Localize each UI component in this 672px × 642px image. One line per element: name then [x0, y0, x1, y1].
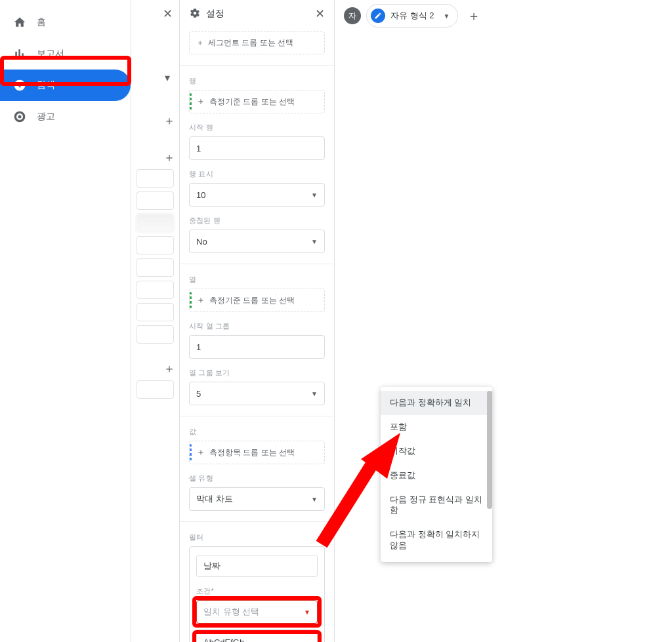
chip-placeholder[interactable]	[136, 325, 174, 344]
filter-card: 날짜 조건 일치 유형 선택▼ AbCdEfGh 취소 적용	[189, 546, 325, 642]
home-icon	[12, 14, 28, 30]
dropdown-item[interactable]: 다음과 정확히 일치하지 않음	[381, 523, 492, 558]
add-icon[interactable]: ＋	[163, 361, 175, 376]
tab-label: 자유 형식 2	[390, 10, 434, 22]
match-type-dropdown: 다음과 정확하게 일치 포함 시작값 종료값 다음 정규 표현식과 일치함 다음…	[381, 387, 492, 562]
variables-panel: ✕ ▾ ＋ ＋ ＋	[131, 0, 180, 642]
canvas-area: 자 자유 형식 2 ▼ ＋ 다음과 정확하게 일치 포함 시작값 종료값 다음 …	[335, 0, 672, 642]
value-metric-drop[interactable]: ＋ 측정항목 드롭 또는 선택	[189, 441, 325, 464]
add-icon[interactable]: ＋	[163, 113, 175, 129]
filter-section-label: 필터	[189, 532, 325, 542]
nav-label: 탐색	[37, 79, 55, 91]
settings-panel: 설정 ✕ ＋ 세그먼트 드롭 또는 선택 행 ＋ 측정기준 드롭 또는 선택 시…	[180, 0, 335, 642]
chip-placeholder[interactable]	[136, 236, 174, 254]
nav-label: 홈	[37, 16, 46, 28]
plus-icon: ＋	[196, 447, 205, 458]
filter-dimension-input[interactable]: 날짜	[196, 555, 318, 577]
scrollbar[interactable]	[487, 391, 492, 509]
nav-explore[interactable]: 탐색	[0, 70, 131, 101]
chevron-down-icon: ▼	[311, 390, 318, 397]
nested-rows-select[interactable]: No▼	[189, 230, 325, 253]
start-col-label: 시작 열 그룹	[189, 321, 325, 331]
nested-rows-label: 중첩된 행	[189, 216, 325, 226]
chip-placeholder[interactable]	[136, 380, 174, 399]
chevron-down-icon: ▼	[304, 609, 310, 616]
chevron-down-icon[interactable]: ▼	[443, 12, 450, 20]
col-show-select[interactable]: 5▼	[189, 382, 325, 405]
match-type-select[interactable]: 일치 유형 선택▼	[196, 600, 318, 624]
chevron-down-icon: ▼	[311, 238, 318, 245]
plus-icon: ＋	[196, 294, 205, 306]
close-icon[interactable]: ✕	[163, 7, 173, 21]
tab-bar: 자 자유 형식 2 ▼ ＋	[335, 0, 672, 31]
start-row-label: 시작 행	[189, 123, 325, 132]
chip-placeholder[interactable]	[136, 214, 174, 232]
panel-title: 설정	[189, 7, 224, 21]
segment-drop-area[interactable]: ＋ 세그먼트 드롭 또는 선택	[189, 31, 325, 54]
chip-placeholder[interactable]	[136, 191, 174, 210]
explore-icon	[12, 77, 28, 93]
rows-section-label: 행	[189, 76, 325, 86]
nav-home[interactable]: 홈	[0, 7, 131, 38]
dropdown-item[interactable]: 다음과 정확하게 일치	[381, 391, 492, 415]
values-section-label: 값	[189, 427, 325, 437]
row-show-label: 행 표시	[189, 169, 325, 179]
nav-reports[interactable]: 보고서	[0, 38, 131, 70]
dropdown-item[interactable]: 포함	[381, 415, 492, 439]
row-show-select[interactable]: 10▼	[189, 183, 325, 207]
owner-avatar: 자	[344, 7, 361, 24]
nav-label: 보고서	[37, 48, 64, 60]
chevron-down-icon: ▼	[311, 191, 318, 199]
col-show-label: 열 그룹 보기	[189, 368, 325, 378]
add-icon[interactable]: ＋	[163, 150, 175, 165]
plus-icon: ＋	[196, 96, 205, 108]
cols-section-label: 열	[189, 275, 325, 285]
nav-ads[interactable]: 광고	[0, 101, 131, 132]
plus-icon: ＋	[196, 37, 204, 49]
chip-placeholder[interactable]	[136, 281, 174, 299]
add-tab-button[interactable]: ＋	[467, 7, 480, 25]
chip-placeholder[interactable]	[136, 258, 174, 277]
panel-collapse[interactable]: ▾	[136, 68, 174, 87]
bar-chart-icon	[12, 46, 28, 62]
left-nav: 홈 보고서 탐색 광고	[0, 0, 131, 642]
chip-placeholder[interactable]	[136, 303, 174, 321]
close-icon[interactable]: ✕	[315, 7, 325, 21]
cell-type-select[interactable]: 막대 차트▼	[189, 487, 325, 511]
cell-type-label: 셀 유형	[189, 473, 325, 483]
chevron-down-icon: ▼	[311, 496, 318, 503]
dropdown-item[interactable]: 다음 정규 표현식과 일치함	[381, 488, 492, 523]
gear-icon	[189, 7, 201, 21]
start-col-input[interactable]: 1	[189, 335, 325, 359]
edit-icon	[371, 9, 385, 23]
condition-label: 조건	[196, 586, 318, 596]
start-row-input[interactable]: 1	[189, 136, 325, 160]
col-dimension-drop[interactable]: ＋ 측정기준 드롭 또는 선택	[189, 289, 325, 312]
row-dimension-drop[interactable]: ＋ 측정기준 드롭 또는 선택	[189, 90, 325, 113]
filter-value-input[interactable]: AbCdEfGh	[196, 629, 318, 642]
tab-freeform[interactable]: 자유 형식 2 ▼	[366, 4, 458, 28]
chip-placeholder[interactable]	[136, 169, 174, 188]
nav-label: 광고	[37, 111, 55, 123]
target-icon	[12, 109, 28, 125]
dropdown-item[interactable]: 종료값	[381, 464, 492, 488]
dropdown-item[interactable]: 시작값	[381, 439, 492, 464]
